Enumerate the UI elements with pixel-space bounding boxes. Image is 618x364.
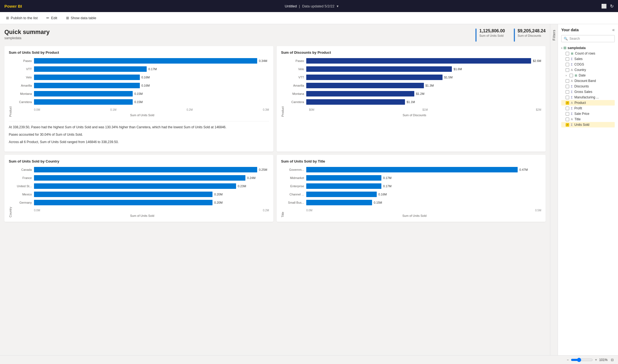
bar-label: Small Bus... [288, 201, 304, 204]
bar-row: VTT$1.5M [288, 74, 541, 80]
publish-button[interactable]: ⊞ Publish to the list [4, 15, 39, 21]
data-item-label: Sales [574, 57, 583, 61]
bar-row: Enterprise0.17M [288, 183, 541, 189]
sidebar-data-item[interactable]: ΣManufacturing ... [561, 95, 615, 100]
sidebar-data-item[interactable]: ΣSale Price [561, 111, 615, 116]
bar-label: Montana [288, 92, 304, 95]
bar-container: 0.23M [34, 183, 269, 189]
x-tick: 0.1M [110, 108, 116, 111]
chevron-down-icon[interactable]: ▾ [337, 4, 339, 8]
data-item-checkbox[interactable] [566, 52, 569, 55]
sidebar-data-item[interactable]: ACountry [561, 67, 615, 73]
data-item-checkbox[interactable] [566, 101, 569, 105]
data-item-icon: Σ [571, 90, 573, 94]
edit-button[interactable]: ✏ Edit [45, 15, 59, 21]
sidebar-data-item[interactable]: AProduct [561, 100, 615, 106]
summary-kpis: 1,125,806.00 Sum of Units Sold $9,205,24… [475, 29, 546, 42]
sidebar-data-item[interactable]: ADiscount Band [561, 78, 615, 84]
filters-tab[interactable]: Filters [550, 24, 558, 364]
sidebar-data-item[interactable]: ΣUnits Sold [561, 122, 615, 127]
data-group-sampledata: › ⊞ sampledata ⊞Count of rowsΣSalesΣCOGS… [561, 45, 615, 127]
x-tick: 0.2M [187, 108, 193, 111]
data-item-icon: Σ [571, 57, 573, 61]
bar-label: Governm... [288, 168, 304, 171]
chart-units-title-title: Sum of Units Sold by Title [281, 159, 541, 163]
bar-label: Amarilla [15, 84, 32, 87]
summary-subtitle: sampledata [4, 36, 475, 40]
sidebar-data-item[interactable]: ΣCOGS [561, 62, 615, 67]
filters-label[interactable]: Filters [552, 30, 556, 41]
sidebar-data-item[interactable]: ΣDiscounts [561, 84, 615, 89]
search-box[interactable]: 🔍 Search [561, 35, 615, 42]
data-item-checkbox[interactable] [566, 57, 569, 61]
bar-container: 0.16M [306, 191, 541, 197]
data-item-checkbox[interactable] [566, 123, 569, 127]
bar-value-label: 0.17M [383, 176, 392, 180]
show-data-table-button[interactable]: ⊞ Show data table [64, 15, 98, 21]
data-item-checkbox[interactable] [566, 79, 569, 83]
units-product-description: At 338,239.50, Paseo had the highest Sum… [9, 121, 269, 145]
bar-row: Canada0.25M [15, 167, 269, 173]
bar-label: Carretera [15, 100, 32, 104]
group-table-icon: ⊞ [563, 46, 566, 50]
data-updated-label: Data updated 5/2/22 [302, 4, 334, 8]
sidebar-collapse-button[interactable]: « [612, 27, 615, 32]
zoom-out-button[interactable]: − [567, 358, 569, 362]
bar-row: Channel ...0.16M [288, 191, 541, 197]
data-item-label: Count of rows [575, 52, 595, 55]
bar-row: Montana0.15M [15, 91, 269, 97]
chart-units-country-title: Sum of Units Sold by Country [9, 159, 269, 163]
data-item-checkbox[interactable] [566, 63, 569, 66]
bar-row: Carretera$1.1M [288, 99, 541, 105]
data-item-checkbox[interactable] [566, 107, 569, 110]
sidebar-data-item[interactable]: ATitle [561, 116, 615, 122]
description-paragraph: Across all 6 Product, Sum of Units Sold … [9, 140, 269, 145]
data-item-icon: Σ [571, 106, 573, 110]
sidebar-data-item[interactable]: ›⊞Date [561, 73, 615, 78]
data-item-label: Gross Sales [574, 90, 592, 94]
expandable-chevron[interactable]: › [566, 74, 567, 77]
sidebar-data-item[interactable]: ΣProfit [561, 106, 615, 111]
bar-value-label: $1.5M [444, 76, 453, 79]
data-item-checkbox[interactable] [566, 68, 569, 72]
data-item-checkbox[interactable] [569, 74, 573, 77]
topbar-right: ⬜ ↻ [601, 4, 614, 9]
bar-container: 0.34M [34, 58, 269, 64]
data-item-checkbox[interactable] [566, 112, 569, 116]
zoom-slider[interactable] [571, 358, 593, 362]
data-item-checkbox[interactable] [566, 85, 569, 88]
data-item-icon: ⊞ [575, 73, 577, 77]
data-item-checkbox[interactable] [566, 96, 569, 99]
group-name: sampledata [568, 46, 586, 50]
data-group-header[interactable]: › ⊞ sampledata [561, 45, 615, 51]
sidebar-data-item[interactable]: ΣGross Sales [561, 89, 615, 95]
bar-fill [34, 192, 212, 197]
bar-container: $1.5M [306, 74, 541, 80]
refresh-icon[interactable]: ↻ [610, 4, 614, 9]
bar-row: Velo$1.6M [288, 66, 541, 72]
fit-page-icon[interactable]: ⊡ [611, 358, 614, 362]
x-tick: 0.2M [263, 209, 269, 212]
bar-row: United St...0.23M [15, 183, 269, 189]
bar-fill [34, 200, 212, 205]
bar-value-label: 0.20M [214, 201, 223, 204]
data-item-checkbox[interactable] [566, 118, 569, 121]
data-item-label: Manufacturing ... [574, 95, 599, 99]
bar-value-label: $1.1M [407, 100, 415, 104]
bar-fill [306, 66, 452, 72]
data-item-label: Product [574, 101, 586, 105]
x-tick: 0.0M [34, 209, 40, 212]
sidebar-data-item[interactable]: ΣSales [561, 56, 615, 62]
topbar-separator: | [299, 4, 300, 8]
window-icon[interactable]: ⬜ [601, 4, 607, 9]
units-title-x-label: Sum of Units Sold [288, 214, 541, 217]
bar-value-label: 0.16M [378, 193, 387, 196]
data-item-checkbox[interactable] [566, 90, 569, 94]
discounts-product-x-label: Sum of Discounts [288, 113, 541, 117]
search-icon: 🔍 [564, 37, 568, 41]
zoom-in-button[interactable]: + [595, 358, 597, 362]
bar-container: 0.15M [306, 200, 541, 206]
bar-container: $1.3M [306, 83, 541, 89]
sidebar-data-item[interactable]: ⊞Count of rows [561, 51, 615, 56]
x-tick: 0.3M [263, 108, 269, 111]
